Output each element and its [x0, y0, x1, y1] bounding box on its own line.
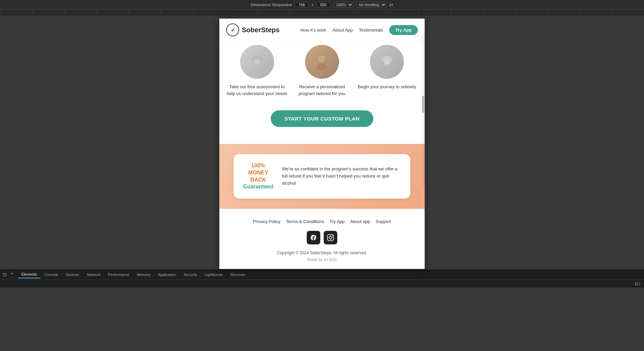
brand-logo: ✓ [226, 23, 239, 36]
mb-line1: 100% [251, 163, 265, 168]
step-icon-2 [312, 53, 331, 71]
step-item-2: Receive a personalized program tailored … [291, 45, 353, 97]
tab-network[interactable]: Network [84, 271, 104, 278]
devtools-tabs-row: ⊡ 📱 Elements Console Sources Network Per… [0, 269, 644, 280]
scroll-indicator [422, 36, 425, 186]
navbar: ✓ SoberSteps How it’s work About App Tes… [219, 19, 425, 41]
money-back-section: 100% MONEY BACK Guaranteed We’re so conf… [219, 144, 425, 209]
navbar-links: How it’s work About App Testimonials Try… [300, 25, 418, 35]
browser-frame: ✓ SoberSteps How it’s work About App Tes… [219, 18, 425, 269]
footer-links: Privacy Policy Terms & Conditions Try Ap… [226, 219, 418, 224]
money-back-label: 100% MONEY BACK Guaranteed [241, 162, 275, 190]
tab-elements[interactable]: Elements [18, 271, 40, 278]
devtools-icons-left: ⊡ 📱 [3, 272, 15, 277]
browser-outer: ✓ SoberSteps How it’s work About App Tes… [0, 16, 644, 269]
svg-point-2 [254, 64, 260, 67]
brand-link[interactable]: ✓ SoberSteps [226, 23, 280, 36]
nav-about-app[interactable]: About App [333, 27, 353, 33]
svg-point-4 [317, 63, 326, 70]
start-plan-button[interactable]: START YOUR CUSTOM PLAN [271, 110, 373, 127]
money-back-card: 100% MONEY BACK Guaranteed We’re so conf… [234, 154, 410, 199]
nav-testimonials[interactable]: Testimonials [359, 27, 383, 33]
footer-social [226, 231, 418, 244]
step-text-2: Receive a personalized program tailored … [291, 84, 353, 97]
step-item-1: Take our free assessment to help us unde… [226, 45, 288, 97]
tab-performance[interactable]: Performance [105, 271, 133, 278]
ruler-bar [0, 10, 644, 16]
inspect-icon[interactable]: ⊡ [3, 272, 7, 277]
svg-point-3 [318, 55, 325, 62]
zoom-select[interactable]: 100% 75% 50% [333, 2, 353, 8]
scroll-thumb[interactable] [422, 96, 424, 113]
step-text-3: Begin your journey to sobriety [358, 84, 416, 90]
rotate-icon[interactable]: ⇄ [389, 2, 393, 7]
step-item-3: Begin your journey to sobriety [356, 45, 418, 97]
step-icon-3 [378, 53, 395, 70]
step-icon-1 [249, 53, 266, 70]
nav-try-app[interactable]: Try App [389, 25, 418, 35]
tab-sources[interactable]: Sources [62, 271, 83, 278]
step-text-1: Take our free assessment to help us unde… [226, 84, 288, 97]
money-back-text: We’re so confident in the program’s succ… [282, 166, 403, 187]
footer-link-terms[interactable]: Terms & Conditions [286, 219, 324, 224]
mb-line3: Guaranteed [243, 184, 273, 189]
width-input[interactable] [294, 2, 309, 7]
tab-application[interactable]: Application [155, 271, 180, 278]
dim-separator: x [311, 3, 314, 7]
footer-link-privacy[interactable]: Privacy Policy [253, 219, 281, 224]
status-bar: 317 [0, 280, 644, 288]
brand-name: SoberSteps [242, 26, 280, 34]
tab-console[interactable]: Console [41, 271, 61, 278]
device-icon[interactable]: 📱 [9, 272, 15, 277]
throttle-select[interactable]: No throttling Fast 3G Slow 3G [356, 2, 387, 8]
footer-link-about[interactable]: About app [350, 219, 370, 224]
footer-copyright: Copyright © 2024 SoberSteps. All rights … [226, 251, 418, 255]
mb-line2: MONEY BACK [248, 170, 268, 183]
tab-security[interactable]: Security [180, 271, 200, 278]
cta-button-wrap: START YOUR CUSTOM PLAN [226, 107, 418, 134]
svg-point-7 [384, 64, 390, 67]
footer: Privacy Policy Terms & Conditions Try Ap… [219, 209, 425, 269]
devtools-top-bar: Dimensions: Responsive x 100% 75% 50% No… [0, 0, 644, 10]
status-number: 317 [634, 282, 641, 286]
tab-lighthouse[interactable]: Lighthouse [201, 271, 226, 278]
step-img-3 [370, 45, 404, 79]
tab-memory[interactable]: Memory [133, 271, 154, 278]
step-img-2 [305, 45, 339, 79]
footer-link-support[interactable]: Support [376, 219, 391, 224]
footer-made-by: Made by ev-klzn [226, 257, 418, 262]
footer-link-try-app[interactable]: Try App [329, 219, 344, 224]
dimensions-label: Dimensions: Responsive [251, 3, 292, 7]
instagram-icon[interactable] [324, 231, 337, 244]
facebook-icon[interactable] [307, 231, 320, 244]
steps-grid: Take our free assessment to help us unde… [226, 45, 418, 97]
height-input[interactable] [316, 2, 330, 7]
step-img-1 [240, 45, 274, 79]
site-content: ✓ SoberSteps How it’s work About App Tes… [219, 19, 425, 269]
steps-section: Take our free assessment to help us unde… [219, 41, 425, 144]
tab-recorder[interactable]: Recorder [227, 271, 249, 278]
nav-how-it-works[interactable]: How it’s work [300, 27, 326, 33]
